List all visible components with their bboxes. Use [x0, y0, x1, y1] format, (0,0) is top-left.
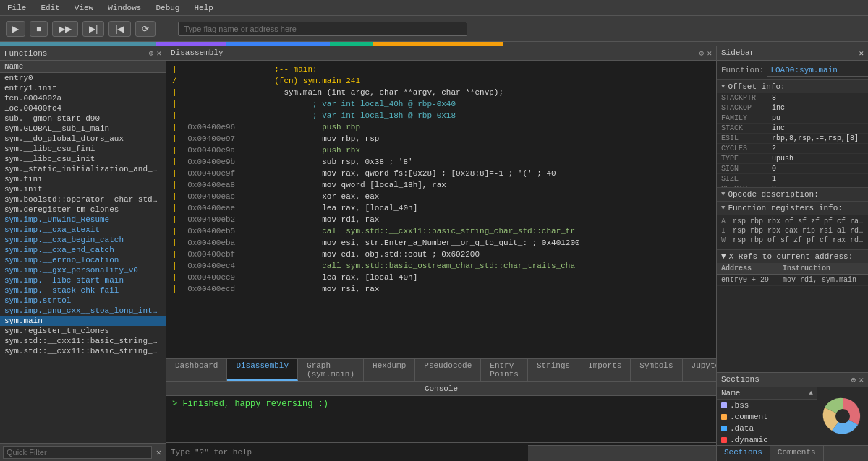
fn-item[interactable]: entry1.init: [0, 83, 166, 93]
code-line[interactable]: | 0x00400eae lea rax, [local_40h]: [166, 202, 716, 214]
fn-item[interactable]: sym.fini: [0, 174, 166, 184]
sections-tab-comments[interactable]: Comments: [770, 446, 824, 461]
step-out-button[interactable]: |◀: [109, 21, 130, 37]
sidebar-fnreg-header[interactable]: ▼ Function registers info:: [717, 202, 868, 215]
run-button[interactable]: ▶: [6, 21, 25, 37]
flag-input[interactable]: [178, 22, 467, 36]
code-line[interactable]: | 0x00400e9f mov rax, qword fs:[0x28] ; …: [166, 168, 716, 179]
fn-item[interactable]: sym._static_initialization_and_destructi…: [0, 164, 166, 174]
sidebar-title: Sidebar: [721, 48, 754, 58]
disassembly-code[interactable]: | ;-- main:/ (fcn) sym.main 241| sym.mai…: [166, 61, 716, 358]
section-item[interactable]: .data: [717, 423, 817, 434]
code-line[interactable]: | 0x00400eba mov esi, str.Enter_a_Number…: [166, 237, 716, 249]
fn-item[interactable]: sym.imp.__cxa_end_catch: [0, 245, 166, 255]
code-line[interactable]: | 0x00400e97 mov rbp, rsp: [166, 133, 716, 145]
code-line[interactable]: | 0x00400e9b sub rsp, 0x38 ; '8': [166, 156, 716, 168]
dis-tab-hexdump[interactable]: Hexdump: [364, 359, 415, 381]
fn-item[interactable]: sym.imp.__errno_location: [0, 255, 166, 265]
fn-item[interactable]: sym.__libc_csu_init: [0, 154, 166, 164]
code-line[interactable]: | ; var int local_40h @ rbp-0x40: [166, 98, 716, 110]
code-line[interactable]: | 0x00400ec9 lea rax, [local_40h]: [166, 272, 716, 283]
dis-tab-dashboard[interactable]: Dashboard: [166, 359, 227, 381]
fn-item[interactable]: sym.imp._gnu_cxx__stoa_long_int_char_int…: [0, 306, 166, 316]
dis-tab-pseudocode[interactable]: Pseudocode: [415, 359, 481, 381]
code-line[interactable]: | 0x00400ea8 mov qword [local_18h], rax: [166, 179, 716, 191]
dis-icon-expand[interactable]: ⊕: [699, 48, 705, 58]
dis-tab-symbols[interactable]: Symbols: [631, 359, 682, 381]
fn-item[interactable]: sym.imp.__libc_start_main: [0, 275, 166, 285]
code-line[interactable]: | 0x00400eb5 call sym.std::__cxx11::basi…: [166, 225, 716, 237]
fn-item[interactable]: sym.__do_global_dtors_aux: [0, 134, 166, 144]
code-line[interactable]: | 0x00400e96 push rbp: [166, 121, 716, 133]
menu-debug[interactable]: Debug: [153, 2, 182, 14]
stop-button[interactable]: ■: [30, 21, 48, 37]
fn-item[interactable]: entry0: [0, 73, 166, 83]
section-item[interactable]: .bss: [717, 400, 817, 411]
fn-item[interactable]: sym.imp.__cxa_begin_catch: [0, 235, 166, 245]
fn-item[interactable]: sym.imp.__stack_chk_fail: [0, 285, 166, 296]
dis-icon-close[interactable]: ✕: [707, 48, 712, 58]
dis-tab-entry-points[interactable]: Entry Points: [481, 359, 528, 381]
dis-tab-graph--sym-main-[interactable]: Graph (sym.main): [298, 359, 364, 381]
fn-item[interactable]: sym.GLOBAL__sub_I_main: [0, 124, 166, 134]
fn-item[interactable]: sym.main: [0, 316, 166, 326]
xref-row[interactable]: entry0 + 29mov rdi, sym.main: [717, 275, 868, 286]
panel-icon-2[interactable]: ✕: [156, 48, 161, 58]
code-line[interactable]: | ; var int local_18h @ rbp-0x18: [166, 110, 716, 121]
sidebar-opcode-header[interactable]: ▼ Opcode description:: [717, 188, 868, 201]
sections-list[interactable]: Name ▲ .bss.comment.data.dynamic: [717, 387, 817, 445]
sections-col-name: Name: [721, 389, 809, 397]
code-line[interactable]: | 0x00400ec4 call sym.std::basic_ostream…: [166, 260, 716, 272]
menu-edit[interactable]: Edit: [38, 2, 62, 14]
fn-item[interactable]: sym.imp._Unwind_Resume: [0, 215, 166, 225]
section-item[interactable]: .comment: [717, 411, 817, 423]
code-line[interactable]: | 0x00400e9a push rbx: [166, 145, 716, 156]
fn-item[interactable]: sym.__libc_csu_fini: [0, 144, 166, 154]
panel-icon-1[interactable]: ⊕: [149, 48, 154, 58]
dis-tab-imports[interactable]: Imports: [579, 359, 631, 381]
menu-help[interactable]: Help: [191, 2, 216, 14]
offset-key: SIZE: [717, 174, 767, 184]
code-line[interactable]: | ;-- main:: [166, 64, 716, 75]
section-item[interactable]: .dynamic: [717, 434, 817, 445]
fn-item[interactable]: sym.init: [0, 184, 166, 194]
code-line[interactable]: / (fcn) sym.main 241: [166, 75, 716, 87]
functions-list[interactable]: entry0entry1.initfcn.0004002aloc.00400fc…: [0, 73, 166, 443]
code-line[interactable]: | sym.main (int argc, char **argv, char …: [166, 87, 716, 98]
sections-sort-icon[interactable]: ▲: [809, 389, 813, 397]
fn-item[interactable]: sym.imp.__cxa_atexit: [0, 225, 166, 235]
fn-item[interactable]: sym.std::__cxx11::basic_string_char_std:…: [0, 346, 166, 356]
fn-item[interactable]: fcn.0004002a: [0, 93, 166, 103]
quick-filter-input[interactable]: [3, 446, 152, 459]
sidebar-close-icon[interactable]: ✕: [859, 48, 864, 58]
sections-tab-sections[interactable]: Sections: [717, 446, 770, 461]
code-line[interactable]: | 0x00400ecd mov rsi, rax: [166, 283, 716, 295]
xrefs-header[interactable]: ▼ X-Refs to current address:: [717, 249, 868, 263]
sidebar-offset-header[interactable]: ▼ Offset info:: [717, 80, 868, 93]
xrefs-table: Address Instruction entry0 + 29mov rdi, …: [717, 263, 868, 286]
restart-button[interactable]: ⟳: [135, 21, 156, 37]
step-over-button[interactable]: ▶▶: [52, 21, 78, 37]
menu-view[interactable]: View: [72, 2, 96, 14]
fn-item[interactable]: sym.imp.__gxx_personality_v0: [0, 265, 166, 275]
menu-file[interactable]: File: [4, 2, 29, 14]
fn-item[interactable]: sym.imp.strtol: [0, 296, 166, 306]
fn-item[interactable]: sym.deregister_tm_clones: [0, 204, 166, 215]
code-line[interactable]: | 0x00400eac xor eax, eax: [166, 191, 716, 202]
code-line[interactable]: | 0x00400eb2 mov rdi, rax: [166, 214, 716, 225]
code-line[interactable]: | 0x00400ebf mov edi, obj.std::cout ; 0x…: [166, 249, 716, 260]
sections-icon-close[interactable]: ✕: [859, 375, 864, 384]
fn-item[interactable]: sym.boolstd::operator__char_std::char_tr…: [0, 194, 166, 204]
sections-icon-expand[interactable]: ⊕: [851, 375, 856, 384]
menu-windows[interactable]: Windows: [105, 2, 144, 14]
filter-clear-button[interactable]: ✕: [155, 447, 163, 458]
step-into-button[interactable]: ▶|: [82, 21, 104, 37]
dis-tab-strings[interactable]: Strings: [528, 359, 579, 381]
fn-item[interactable]: sym.register_tm_clones: [0, 326, 166, 336]
sidebar-fn-input[interactable]: [767, 64, 868, 77]
fn-item[interactable]: sub.__gmon_start_d90: [0, 113, 166, 124]
dis-tab-disassembly[interactable]: Disassembly: [227, 359, 298, 381]
opcode-arrow-icon: ▼: [721, 191, 725, 198]
fn-item[interactable]: loc.00400fc4: [0, 103, 166, 113]
fn-item[interactable]: sym.std::__cxx11::basic_string_char_std:…: [0, 336, 166, 346]
